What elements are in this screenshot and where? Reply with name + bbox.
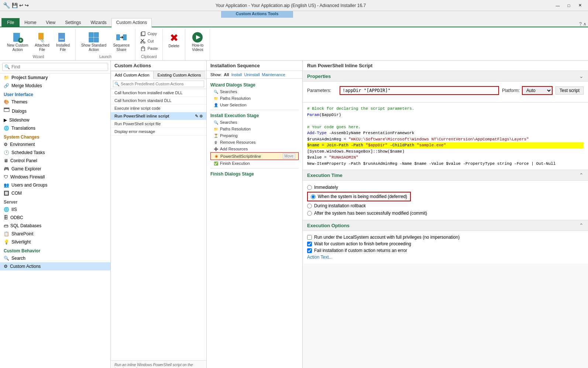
tab-wizards[interactable]: Wizards xyxy=(86,18,111,27)
action-text-link[interactable]: Action Text... xyxy=(307,254,584,260)
seq-item-searches-2[interactable]: 🔍 Searches xyxy=(210,119,299,126)
tab-add-custom-action[interactable]: Add Custom Action xyxy=(111,71,154,79)
seq-item-searches-1[interactable]: 🔍 Searches xyxy=(210,88,299,95)
sidebar-item-custom-actions[interactable]: ⚙ Custom Actions xyxy=(0,262,110,270)
tab-home[interactable]: Home xyxy=(20,18,41,27)
seq-item-remove-resources[interactable]: 🗑 Remove Resources xyxy=(210,139,299,146)
sidebar-section-user-interface[interactable]: User Interface xyxy=(0,90,110,98)
tab-file[interactable]: File xyxy=(1,18,20,27)
sidebar-item-slideshow[interactable]: ▶ Slideshow xyxy=(0,116,110,124)
sidebar-item-themes[interactable]: 🎨 Themes xyxy=(0,98,110,106)
copy-button[interactable]: Copy xyxy=(138,30,159,37)
sidebar-item-control-panel[interactable]: 🖥 Control Panel xyxy=(0,157,110,165)
howto-videos-button[interactable]: How-toVideos xyxy=(188,30,207,53)
sequence-share-button[interactable]: SequenceShare xyxy=(110,30,132,53)
tab-settings[interactable]: Settings xyxy=(60,18,86,27)
sidebar-item-users-and-groups[interactable]: 👥 Users and Groups xyxy=(0,181,110,189)
svg-text:📎: 📎 xyxy=(40,38,45,43)
sidebar-section-system-changes[interactable]: System Changes xyxy=(0,132,110,140)
filter-install[interactable]: Install xyxy=(231,72,242,77)
seq-item-paths-resolution-1[interactable]: 📁 Paths Resolution xyxy=(210,95,299,102)
sidebar-item-sharepoint[interactable]: 📋 SharePoint xyxy=(0,230,110,238)
filter-uninstall[interactable]: Uninstall xyxy=(244,72,259,77)
sidebar-item-windows-firewall[interactable]: 🛡 Windows Firewall xyxy=(0,173,110,181)
help-icon[interactable]: ? xyxy=(579,21,582,27)
sidebar-section-server[interactable]: Server xyxy=(0,197,110,205)
parameters-input[interactable] xyxy=(340,86,499,95)
radio-commit[interactable] xyxy=(307,211,312,216)
action-item-call-installed[interactable]: Call function from installed native DLL xyxy=(111,89,206,97)
quick-access-redo[interactable]: ↪ xyxy=(25,3,29,8)
sidebar-item-merge-modules[interactable]: 🔗 Merge Modules xyxy=(0,82,110,90)
action-item-execute-inline[interactable]: Execute inline script code xyxy=(111,105,206,112)
maximize-button[interactable]: □ xyxy=(564,2,574,9)
action-item-run-powershell-inline[interactable]: Run PowerShell inline script ✎ ⊕ xyxy=(111,112,206,120)
sidebar-search-input[interactable] xyxy=(2,63,108,71)
seq-item-powershell-inline[interactable]: ◉ PowerShellScriptInline Move xyxy=(210,152,299,160)
seq-item-paths-resolution-2[interactable]: 📁 Paths Resolution xyxy=(210,126,299,132)
center-search-input[interactable] xyxy=(113,81,204,87)
filter-maintenance[interactable]: Maintenance xyxy=(262,72,285,77)
execution-time-section-header[interactable]: Execution Time ⌃ xyxy=(303,170,588,181)
radio-rollback[interactable] xyxy=(307,204,312,208)
sidebar-item-project-summary[interactable]: 📁 Project Summary xyxy=(0,74,110,82)
sidebar-item-search[interactable]: 🔍 Search xyxy=(0,254,110,262)
sidebar-item-iis[interactable]: 🌐 IIS xyxy=(0,205,110,214)
seq-item-preparing[interactable]: ⏳ Preparing xyxy=(210,132,299,139)
delete-button[interactable]: ✖ Delete xyxy=(166,30,182,50)
attached-file-button[interactable]: 📎 AttachedFile xyxy=(32,30,52,53)
filter-all[interactable]: All xyxy=(224,72,229,77)
move-button[interactable]: Move xyxy=(283,153,295,159)
sidebar-item-game-explorer[interactable]: 🎮 Game Explorer xyxy=(0,165,110,173)
sidebar-item-environment[interactable]: ⚙ Environment xyxy=(0,140,110,149)
quick-access-save[interactable]: 💾 xyxy=(12,3,18,8)
code-area[interactable]: # Block for declaring the script paramet… xyxy=(303,103,588,170)
radio-deferred[interactable] xyxy=(311,194,316,199)
add-icon[interactable]: ⊕ xyxy=(199,114,203,118)
howto-videos-label: How-toVideos xyxy=(192,43,204,52)
seq-item-user-selection[interactable]: 👤 User Selection xyxy=(210,102,299,108)
sidebar-item-dialogs[interactable]: Dialogs xyxy=(0,106,110,116)
close-button[interactable]: ✕ xyxy=(575,2,585,9)
radio-immediately[interactable] xyxy=(307,185,312,190)
tab-view[interactable]: View xyxy=(41,18,60,27)
paste-button[interactable]: Paste xyxy=(138,45,159,52)
sidebar-item-com[interactable]: 🔲 COM xyxy=(0,189,110,197)
sidebar-item-translations[interactable]: 🌐 Translations xyxy=(0,124,110,132)
cut-button[interactable]: Cut xyxy=(138,38,159,44)
show-standard-action-button[interactable]: Show StandardAction xyxy=(79,30,109,53)
sidebar-search-wrap: 🔍 xyxy=(2,63,108,71)
radio-deferred-row: When the system is being modified (defer… xyxy=(307,192,411,201)
expand-icon[interactable]: ∧ xyxy=(583,21,587,27)
action-item-run-powershell-file[interactable]: Run PowerShell script file xyxy=(111,120,206,128)
sidebar-item-silverlight[interactable]: 💡 Silverlight xyxy=(0,238,110,246)
edit-icon[interactable]: ✎ xyxy=(195,114,198,118)
ribbon-clipboard-items: Copy Cut xyxy=(138,30,159,55)
test-script-button[interactable]: Test script xyxy=(556,86,584,95)
checkbox-localsystem[interactable] xyxy=(307,235,312,240)
seq-item-add-resources[interactable]: ➕ Add Resources xyxy=(210,146,299,152)
platform-select[interactable]: Auto x86 x64 AnyCPU xyxy=(522,86,553,95)
checkbox-wait[interactable] xyxy=(307,242,312,246)
sidebar-item-sql-databases[interactable]: 🗃 SQL Databases xyxy=(0,222,110,230)
seq-item-finish-execution[interactable]: ✅ Finish Execution xyxy=(210,160,299,167)
sidebar-section-custom-behavior[interactable]: Custom Behavior xyxy=(0,246,110,254)
seq-searches-1-icon: 🔍 xyxy=(213,89,219,94)
sidebar-item-scheduled-tasks[interactable]: 🕐 Scheduled Tasks xyxy=(0,149,110,157)
tab-existing-custom-actions[interactable]: Existing Custom Actions xyxy=(154,71,205,79)
checkbox-fail[interactable] xyxy=(307,248,312,253)
new-custom-action-button[interactable]: + New CustomAction xyxy=(4,30,31,53)
com-label: COM xyxy=(11,191,22,196)
attached-file-label: AttachedFile xyxy=(35,43,49,52)
execution-options-section-header[interactable]: Execution Options ⌃ xyxy=(303,220,588,231)
installed-file-button[interactable]: InstalledFile xyxy=(54,30,72,53)
sidebar-item-odbc[interactable]: 🗄 ODBC xyxy=(0,214,110,222)
tab-custom-actions[interactable]: Custom Actions xyxy=(111,18,152,27)
seq-paths-1-label: Paths Resolution xyxy=(220,96,251,100)
quick-access-undo[interactable]: ↩ xyxy=(19,3,23,8)
action-item-display-error[interactable]: Display error message xyxy=(111,128,206,136)
action-item-call-standard[interactable]: Call function from standard DLL xyxy=(111,97,206,105)
project-summary-label: Project Summary xyxy=(11,75,48,80)
properties-section-header[interactable]: Properties ⌄ xyxy=(303,71,588,82)
minimize-button[interactable]: — xyxy=(553,2,563,9)
